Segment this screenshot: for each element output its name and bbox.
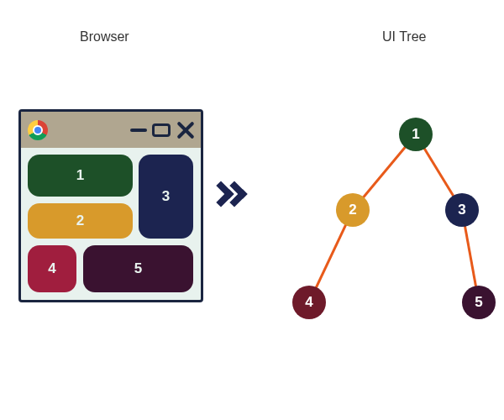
arrow-icon [217,185,244,207]
ui-box-1: 1 [28,155,133,197]
close-icon [176,121,194,139]
browser-window: 1 3 2 4 5 [18,109,203,302]
tree-node-2: 2 [336,193,370,227]
ui-box-5: 5 [83,245,193,292]
window-controls [130,121,194,139]
minimize-icon [130,129,147,132]
tree-node-3: 3 [445,193,479,227]
browser-label: Browser [80,29,129,45]
tree-node-5: 5 [462,286,496,319]
tree-node-1: 1 [399,118,433,151]
tree-label: UI Tree [382,29,426,45]
maximize-icon [152,123,171,137]
browser-content: 1 3 2 4 5 [21,148,201,303]
tree-node-4: 4 [292,286,326,319]
ui-box-4: 4 [28,245,76,292]
ui-box-2: 2 [28,203,133,239]
titlebar [21,112,201,148]
chrome-icon [28,120,48,140]
ui-tree: 1 2 3 4 5 [277,109,504,344]
ui-box-3: 3 [139,155,193,239]
